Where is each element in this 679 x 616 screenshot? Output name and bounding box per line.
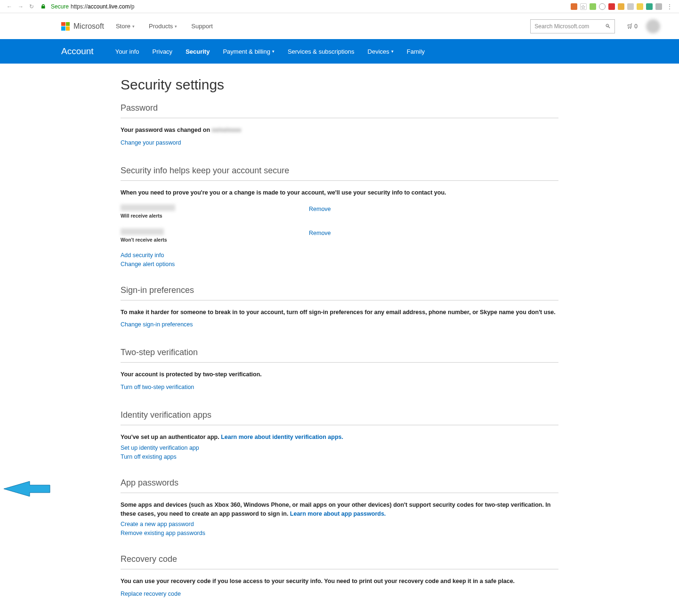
- section-signin: Sign-in preferences To make it harder fo…: [121, 285, 558, 330]
- section-heading: Sign-in preferences: [121, 285, 558, 300]
- turn-off-twostep-link[interactable]: Turn off two-step verification: [121, 384, 194, 390]
- security-info-value: redacted@redacted: [121, 204, 175, 211]
- tab-your-info[interactable]: Your info: [115, 48, 139, 55]
- svg-marker-0: [4, 481, 50, 496]
- section-heading: App passwords: [121, 478, 558, 493]
- search-input[interactable]: Search Microsoft.com 🔍︎: [530, 19, 615, 33]
- signin-desc: To make it harder for someone to break i…: [121, 308, 558, 317]
- recovery-desc: You can use your recovery code if you lo…: [121, 577, 558, 586]
- cart-icon: 🛒︎: [627, 23, 632, 30]
- security-alert-status: Will receive alerts: [121, 213, 309, 219]
- logo-icon: [61, 22, 70, 31]
- ext-icon[interactable]: [646, 3, 653, 10]
- cart-count: 0: [634, 23, 638, 30]
- ext-icon[interactable]: [590, 3, 596, 10]
- ext-icon[interactable]: [618, 3, 624, 10]
- tab-payment[interactable]: Payment & billing ▾: [223, 48, 274, 55]
- logo-text: Microsoft: [73, 22, 104, 31]
- lock-icon: 🔒︎: [40, 3, 46, 10]
- setup-identity-app-link[interactable]: Set up identity verification app: [121, 445, 558, 451]
- learn-apppw-link[interactable]: Learn more about app passwords.: [290, 511, 386, 517]
- account-subnav: Account Your info Privacy Security Payme…: [0, 39, 679, 64]
- section-identity-apps: Identity verification apps You've set up…: [121, 410, 558, 460]
- ext-icon[interactable]: [599, 3, 606, 10]
- chevron-down-icon: ▾: [391, 49, 394, 54]
- change-alert-options-link[interactable]: Change alert options: [121, 261, 558, 267]
- forward-icon[interactable]: →: [16, 2, 25, 11]
- tab-services[interactable]: Services & subscriptions: [288, 48, 355, 55]
- star-icon[interactable]: ☆: [580, 3, 587, 10]
- remove-link[interactable]: Remove: [309, 230, 331, 236]
- section-recovery-code: Recovery code You can use your recovery …: [121, 554, 558, 599]
- microsoft-logo[interactable]: Microsoft: [61, 22, 104, 31]
- account-brand[interactable]: Account: [61, 46, 94, 57]
- url-display[interactable]: https://account.live.com/p: [71, 3, 569, 10]
- create-app-password-link[interactable]: Create a new app password: [121, 521, 558, 527]
- section-heading: Identity verification apps: [121, 410, 558, 425]
- section-heading: Security info helps keep your account se…: [121, 166, 558, 181]
- nav-store[interactable]: Store ▾: [116, 23, 135, 30]
- security-info-row: redacted@redacted Will receive alerts Re…: [121, 204, 558, 219]
- browser-address-bar: ← → ↻ 🔒︎ Secure https://account.live.com…: [0, 0, 679, 13]
- change-signin-link[interactable]: Change sign-in preferences: [121, 321, 193, 328]
- reload-icon[interactable]: ↻: [27, 2, 36, 11]
- nav-support[interactable]: Support: [191, 23, 213, 30]
- ext-icon[interactable]: [627, 3, 634, 10]
- back-icon[interactable]: ←: [5, 2, 14, 11]
- ext-icon[interactable]: [637, 3, 643, 10]
- ext-icon[interactable]: [571, 3, 577, 10]
- turn-off-identity-apps-link[interactable]: Turn off existing apps: [121, 454, 558, 460]
- remove-link[interactable]: Remove: [309, 206, 331, 212]
- menu-icon[interactable]: ⋮: [665, 3, 674, 10]
- browser-extensions: ☆ ⋮: [571, 3, 674, 10]
- search-icon[interactable]: 🔍︎: [605, 23, 611, 30]
- ext-icon[interactable]: [608, 3, 615, 10]
- section-two-step: Two-step verification Your account is pr…: [121, 348, 558, 392]
- page-title: Security settings: [121, 77, 558, 93]
- top-nav: Store ▾ Products ▾ Support: [116, 23, 213, 30]
- twostep-desc: Your account is protected by two-step ve…: [121, 370, 558, 379]
- avatar[interactable]: [646, 19, 660, 33]
- section-heading: Two-step verification: [121, 348, 558, 363]
- security-info-row: XXX-XXX-XXXX Won't receive alerts Remove: [121, 228, 558, 243]
- annotation-arrow: [4, 478, 51, 501]
- section-security-info: Security info helps keep your account se…: [121, 166, 558, 267]
- replace-recovery-link[interactable]: Replace recovery code: [121, 591, 181, 597]
- security-info-desc: When you need to prove you're you or a c…: [121, 188, 558, 197]
- ext-icon[interactable]: [655, 3, 662, 10]
- section-password: Password Your password was changed on xx…: [121, 103, 558, 148]
- tab-family[interactable]: Family: [407, 48, 425, 55]
- learn-identity-link[interactable]: Learn more about identity verification a…: [221, 434, 343, 440]
- secure-label: Secure: [51, 3, 69, 10]
- security-alert-status: Won't receive alerts: [121, 237, 309, 243]
- chevron-down-icon: ▾: [132, 24, 135, 29]
- nav-products[interactable]: Products ▾: [149, 23, 177, 30]
- section-app-passwords: App passwords Some apps and devices (suc…: [121, 478, 558, 537]
- tab-devices[interactable]: Devices ▾: [368, 48, 394, 55]
- remove-app-passwords-link[interactable]: Remove existing app passwords: [121, 530, 558, 536]
- cart-button[interactable]: 🛒︎ 0: [627, 23, 638, 30]
- apppw-desc: Some apps and devices (such as Xbox 360,…: [121, 501, 558, 519]
- site-header: Microsoft Store ▾ Products ▾ Support Sea…: [0, 13, 679, 39]
- identity-desc: You've set up an authenticator app. Lear…: [121, 433, 558, 442]
- section-heading: Password: [121, 103, 558, 118]
- chevron-down-icon: ▾: [175, 24, 177, 29]
- add-security-info-link[interactable]: Add security info: [121, 252, 558, 259]
- chevron-down-icon: ▾: [272, 49, 275, 54]
- main-content: Security settings Password Your password…: [59, 64, 620, 616]
- security-info-value: XXX-XXX-XXXX: [121, 228, 164, 235]
- search-placeholder: Search Microsoft.com: [534, 23, 589, 30]
- tab-privacy[interactable]: Privacy: [153, 48, 173, 55]
- password-status: Your password was changed on xx/xx/xxxx: [121, 126, 558, 135]
- change-password-link[interactable]: Change your password: [121, 139, 181, 146]
- tab-security[interactable]: Security: [186, 48, 210, 55]
- section-heading: Recovery code: [121, 554, 558, 569]
